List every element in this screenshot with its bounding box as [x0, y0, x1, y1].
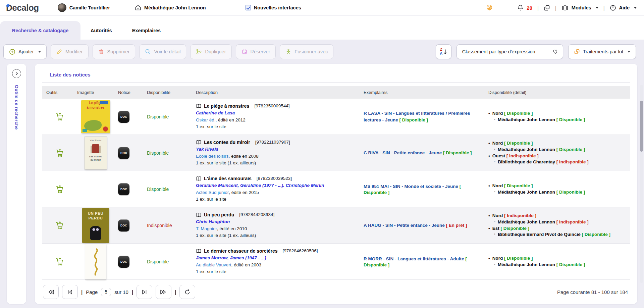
- supprimer-button[interactable]: Supprimer: [93, 44, 136, 59]
- record-publisher[interactable]: Au diable Vauvert: [196, 262, 231, 269]
- record-title[interactable]: Un peu perdu: [204, 211, 234, 218]
- cover-publisher-chip: [100, 101, 108, 104]
- new-interfaces-toggle[interactable]: Nouvelles interfaces: [246, 5, 301, 10]
- cover-owl-illustration: [90, 226, 101, 240]
- sector-status: [ Disponible ]: [504, 141, 533, 146]
- reserver-button[interactable]: Réserver: [236, 44, 276, 59]
- plus-circle-icon: [9, 49, 15, 55]
- add-to-cart-button[interactable]: [54, 220, 66, 231]
- book-cover-thumbnail[interactable]: Yak Rivais Les contes du miroir: [85, 137, 107, 169]
- duplicate-windows-icon[interactable]: [544, 5, 550, 11]
- book-cover-thumbnail[interactable]: UN PEU PERDU: [82, 208, 109, 243]
- divider: [42, 82, 630, 83]
- voir-le-detail-button[interactable]: Voir le détail: [139, 44, 186, 59]
- book-cover-thumbnail[interactable]: Le piège à monstres: [81, 100, 110, 133]
- modifier-button[interactable]: Modifier: [51, 44, 89, 59]
- column-header-exemplaires: Exemplaires: [360, 90, 484, 95]
- fast-previous-button[interactable]: [43, 285, 59, 299]
- record-title[interactable]: Le dernier chasseur de sorcières: [204, 248, 277, 255]
- doc-badge[interactable]: DOC: [118, 147, 129, 159]
- record-authors[interactable]: Chris Haughton: [196, 218, 230, 225]
- expand-panel-button[interactable]: [12, 69, 21, 78]
- pagination-bar: | Page sur 10 | | Page: [42, 281, 630, 304]
- add-to-cart-button[interactable]: [54, 147, 66, 159]
- holding-callnumber[interactable]: A HAUG - SIN - Petite enfance - Jeune: [364, 223, 445, 228]
- tab-exemplaires[interactable]: Exemplaires: [122, 21, 171, 40]
- record-publisher[interactable]: Ecole des loisirs: [196, 153, 229, 160]
- table-row[interactable]: DOC Disponible Le dernier chasseur de so…: [42, 244, 630, 280]
- refresh-button[interactable]: [179, 285, 195, 299]
- add-to-cart-button[interactable]: [54, 111, 66, 122]
- cart-plus-icon: [55, 257, 64, 266]
- record-authors[interactable]: Géraldine Maincent, Géraldine (1977 - ..…: [196, 182, 324, 189]
- table-row[interactable]: Le piège à monstres DOC Disponible: [42, 99, 630, 135]
- holding-callnumber[interactable]: C RIVA - SIN - Petite enfance - Jeune: [364, 150, 442, 155]
- search-tools-panel[interactable]: Outils de recherche: [7, 64, 26, 304]
- cart-plus-icon: [55, 112, 64, 121]
- record-publisher[interactable]: Oskar éd.: [196, 117, 216, 124]
- record-authors[interactable]: James Morrow, James (1947 - ...): [196, 255, 266, 262]
- table-row[interactable]: Yak Rivais Les contes du miroir DOC Disp…: [42, 135, 630, 171]
- doc-badge[interactable]: DOC: [118, 219, 129, 232]
- availability-detail: •Nord [ Disponible ] ◦Médiathèque John L…: [484, 140, 630, 166]
- availability-detail: •Nord [ Disponible ] ◦Médiathèque John L…: [484, 255, 630, 268]
- sector-name: Nord: [492, 183, 503, 188]
- page-input[interactable]: [101, 288, 111, 296]
- scrollbar-thumb[interactable]: [640, 101, 643, 152]
- record-title[interactable]: Les contes du miroir: [204, 139, 250, 146]
- table-row[interactable]: DOC Disponible L'âme des samouraïs [9782…: [42, 171, 630, 207]
- library-status: [ Disponible ]: [582, 232, 610, 237]
- notifications-button[interactable]: 20: [517, 4, 532, 11]
- record-publisher[interactable]: T. Magnier: [196, 225, 217, 233]
- page-range-summary: Page courante 81 - 100 sur 184: [557, 289, 629, 295]
- tab-autorites[interactable]: Autorités: [80, 21, 122, 40]
- sector-status: [ Disponible ]: [504, 256, 533, 261]
- fusionner-avec-button[interactable]: Fusionner avec: [280, 44, 333, 59]
- doc-badge[interactable]: DOC: [118, 183, 129, 195]
- record-authors[interactable]: Catherine de Lasa: [196, 110, 235, 117]
- sort-button[interactable]: Z A: [436, 44, 451, 59]
- list-title: Liste des notices: [50, 72, 630, 78]
- library-selector[interactable]: Médiathèque John Lennon: [135, 5, 206, 11]
- fast-next-button[interactable]: [156, 285, 171, 299]
- dupliquer-button[interactable]: Dupliquer: [190, 44, 231, 59]
- book-icon: [196, 249, 202, 254]
- help-label: Aide: [619, 5, 630, 10]
- library-name: Médiathèque John Lennon: [498, 147, 555, 152]
- record-isbn: [9782350009544]: [254, 103, 289, 110]
- table-row[interactable]: UN PEU PERDU DOC Indisponible: [42, 207, 630, 244]
- record-isbn: [9782330039523]: [257, 175, 292, 182]
- doc-badge[interactable]: DOC: [118, 111, 129, 123]
- record-isbn: [9782211037907]: [255, 139, 290, 146]
- classement-select[interactable]: Classement par type d'expression: [457, 44, 563, 59]
- ajouter-button[interactable]: Ajouter: [3, 44, 47, 59]
- heart-icon: [552, 49, 558, 54]
- tab-recherche-catalogage[interactable]: Recherche & catalogage: [0, 21, 80, 40]
- sector-status: [ Indisponible ]: [504, 213, 536, 218]
- record-title[interactable]: L'âme des samouraïs: [204, 175, 252, 182]
- record-copies: 1 ex. sur le site (1 ex. ailleurs): [196, 232, 256, 239]
- modules-label: Modules: [572, 5, 591, 10]
- next-page-button[interactable]: [137, 285, 152, 299]
- holding-callnumber[interactable]: R MORR - SIN - Langues et littératures -…: [364, 256, 464, 261]
- book-cover-thumbnail[interactable]: [85, 244, 106, 279]
- app-logo[interactable]: Decalog: [6, 3, 39, 12]
- top-header: Decalog Camille Tourtillier Médiathèque …: [0, 0, 644, 16]
- checkbox-checked-icon[interactable]: [246, 5, 251, 10]
- beacon-icon[interactable]: [486, 4, 493, 11]
- column-header-notice: Notice: [114, 90, 143, 95]
- holding-callnumber[interactable]: MS 951 MAI - SIN - Monde et société - Je…: [364, 184, 458, 189]
- add-to-cart-button[interactable]: [54, 256, 66, 267]
- library-status: [ Disponible ]: [556, 190, 585, 195]
- add-to-cart-button[interactable]: [54, 184, 66, 195]
- record-authors[interactable]: Yak Rivais: [196, 146, 218, 153]
- user-menu[interactable]: Camille Tourtillier: [58, 3, 110, 12]
- doc-badge[interactable]: DOC: [118, 256, 129, 268]
- traitements-par-lot-button[interactable]: Traitements par lot: [568, 44, 636, 59]
- cart-plus-icon: [55, 221, 64, 230]
- record-title[interactable]: Le piège à monstres: [204, 103, 249, 110]
- previous-page-button[interactable]: [62, 285, 78, 299]
- record-publisher[interactable]: Actes Sud junior: [196, 189, 229, 196]
- modules-menu[interactable]: Modules: [561, 5, 598, 11]
- help-menu[interactable]: Aide: [610, 5, 637, 11]
